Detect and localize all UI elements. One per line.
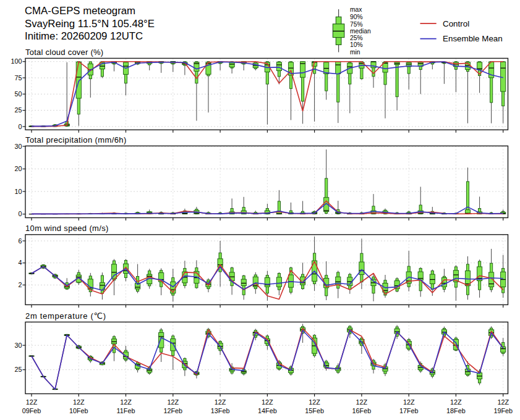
- svg-text:18Feb: 18Feb: [446, 407, 466, 414]
- svg-text:12Z: 12Z: [167, 398, 179, 406]
- svg-text:Control: Control: [443, 19, 469, 28]
- svg-text:median: median: [350, 28, 371, 35]
- svg-text:90%: 90%: [350, 14, 363, 20]
- svg-text:11Feb: 11Feb: [117, 407, 135, 414]
- svg-text:0: 0: [18, 123, 22, 130]
- svg-text:10: 10: [14, 188, 22, 195]
- svg-text:Initime: 20260209 12UTC: Initime: 20260209 12UTC: [25, 30, 143, 42]
- svg-text:12Z: 12Z: [262, 398, 273, 406]
- svg-text:12Z: 12Z: [450, 398, 462, 406]
- svg-text:min: min: [350, 49, 360, 56]
- svg-text:10%: 10%: [350, 41, 363, 48]
- svg-text:50: 50: [14, 90, 22, 98]
- svg-text:25: 25: [14, 366, 22, 373]
- svg-text:30: 30: [14, 143, 22, 150]
- svg-text:09Feb: 09Feb: [22, 407, 41, 414]
- svg-text:max: max: [350, 6, 362, 13]
- svg-text:12Z: 12Z: [497, 398, 509, 406]
- svg-text:2: 2: [18, 281, 22, 288]
- svg-text:0: 0: [18, 210, 22, 217]
- svg-text:6: 6: [18, 237, 22, 245]
- svg-text:12Z: 12Z: [215, 398, 226, 406]
- svg-text:12Z: 12Z: [403, 398, 415, 406]
- svg-text:10m wind speed (m/s): 10m wind speed (m/s): [25, 224, 109, 233]
- svg-text:Total precipitation (mm/6h): Total precipitation (mm/6h): [25, 135, 127, 145]
- svg-text:19Feb: 19Feb: [493, 407, 513, 414]
- svg-text:25%: 25%: [350, 35, 363, 41]
- svg-text:14Feb: 14Feb: [258, 407, 277, 414]
- svg-text:100: 100: [11, 57, 22, 65]
- svg-text:Ensemble Mean: Ensemble Mean: [443, 34, 503, 43]
- svg-text:12Z: 12Z: [309, 398, 320, 406]
- svg-text:SvayReing 11.5°N 105.48°E: SvayReing 11.5°N 105.48°E: [25, 18, 155, 30]
- svg-text:75%: 75%: [350, 21, 363, 28]
- svg-text:30: 30: [14, 342, 22, 349]
- svg-text:Total cloud cover (%): Total cloud cover (%): [25, 48, 103, 57]
- svg-text:25: 25: [14, 106, 22, 114]
- svg-text:12Z: 12Z: [73, 398, 85, 406]
- svg-text:75: 75: [14, 74, 22, 82]
- svg-text:13Feb: 13Feb: [211, 407, 230, 414]
- svg-text:12Z: 12Z: [26, 398, 38, 406]
- svg-text:15Feb: 15Feb: [305, 407, 324, 414]
- svg-text:20: 20: [14, 165, 22, 172]
- svg-text:16Feb: 16Feb: [352, 407, 372, 414]
- svg-text:12Z: 12Z: [120, 398, 132, 406]
- svg-text:12Feb: 12Feb: [163, 407, 182, 414]
- svg-text:17Feb: 17Feb: [399, 407, 419, 414]
- svg-text:10Feb: 10Feb: [69, 407, 88, 414]
- svg-text:4: 4: [18, 259, 22, 266]
- svg-text:2m temperature (℃): 2m temperature (℃): [25, 311, 106, 321]
- svg-text:12Z: 12Z: [356, 398, 368, 406]
- svg-text:CMA-GEPS meteogram: CMA-GEPS meteogram: [25, 5, 135, 17]
